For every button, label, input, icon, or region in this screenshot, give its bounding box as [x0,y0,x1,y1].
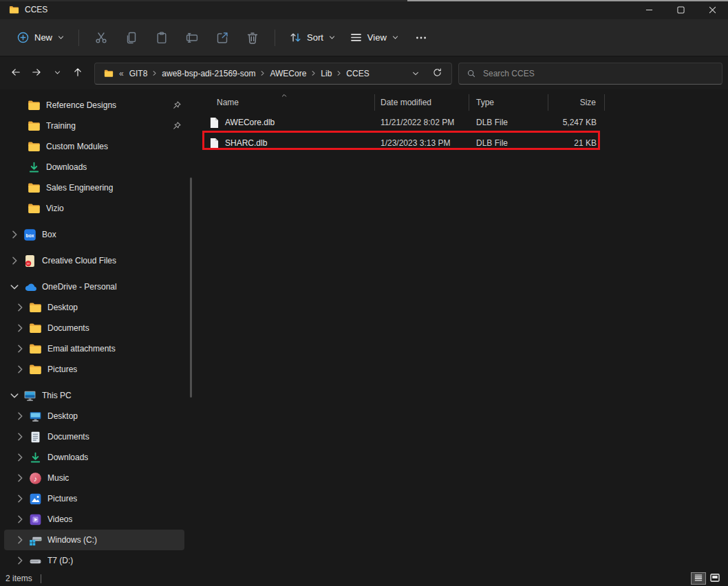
music-icon: ♪ [29,472,42,485]
sidebar-item-label: Pictures [47,494,77,503]
chevron-right-icon[interactable] [14,534,26,546]
chevron-right-icon[interactable] [14,472,26,484]
column-header-date-modified[interactable]: Date modified [375,94,469,111]
chevron-down-icon[interactable] [8,281,21,293]
delete-icon [246,31,259,45]
forward-button[interactable] [26,63,47,84]
sidebar-item[interactable]: Custom Modules [4,136,184,157]
copy-button[interactable] [116,25,147,50]
file-row[interactable]: SHARC.dlb 1/23/2023 3:13 PM DLB File 21 … [203,133,728,153]
refresh-button[interactable] [428,65,446,83]
sidebar-item[interactable]: Windows (C:) [4,530,184,550]
share-button[interactable] [207,25,237,50]
back-button[interactable] [6,63,26,84]
rename-button[interactable] [177,25,207,50]
chevron-right-icon[interactable] [14,451,26,464]
chevron-right-icon[interactable] [14,363,26,376]
chevron-right-icon[interactable] [14,343,26,355]
chevron-right-icon[interactable] [14,554,26,567]
address-bar[interactable]: « GIT8 awe8-bsp-adi-21569-som AWECore Li… [94,63,452,85]
sidebar-item[interactable]: box Box [4,224,184,245]
download-icon [28,161,41,174]
paste-button[interactable] [147,25,177,50]
chevron-right-icon[interactable] [14,301,26,314]
sidebar-item[interactable]: Email attachments [4,338,184,359]
onedrive-icon [23,281,36,294]
delete-button[interactable] [237,25,268,50]
sidebar-scrollbar[interactable] [190,177,192,398]
breadcrumb-segment[interactable]: AWECore [266,67,310,80]
minimize-button[interactable] [633,0,665,19]
sidebar-item[interactable]: Documents [4,426,184,447]
forward-arrow-icon [31,67,42,80]
recent-locations-button[interactable] [47,63,67,84]
sidebar-item-label: Music [47,473,69,483]
sidebar-item[interactable]: Downloads [4,447,184,468]
sidebar-item[interactable]: Training [4,116,184,136]
see-more-button[interactable] [406,25,436,50]
sidebar-item[interactable]: Desktop [4,297,184,318]
chevron-down-icon [54,68,61,78]
pictures-icon [29,492,42,506]
chevron-right-icon[interactable] [8,228,21,241]
search-box[interactable] [458,63,722,85]
file-icon [210,138,219,149]
sidebar-item[interactable]: ∞ Creative Cloud Files [4,250,184,271]
documents-icon [29,431,42,444]
chevron-right-icon[interactable] [14,410,26,422]
sidebar-item[interactable]: Desktop [4,406,184,426]
thumbnail-view-button[interactable] [707,572,722,585]
sidebar-item[interactable]: Sales Engineering [4,177,184,198]
command-toolbar: New Sort View [0,19,728,56]
new-button[interactable]: New [10,25,72,50]
breadcrumb-overflow: « [119,69,124,78]
sidebar-item[interactable]: Vizio [4,198,184,219]
breadcrumb-segment[interactable]: GIT8 [126,67,151,80]
toolbar-divider [78,30,79,46]
folder-icon [29,301,42,314]
file-name: AWECore.dlb [225,118,275,127]
sidebar-item[interactable]: Downloads [4,157,184,177]
share-icon [215,31,229,45]
chevron-right-icon[interactable] [14,322,26,334]
maximize-button[interactable] [665,0,696,19]
file-row[interactable]: AWECore.dlb 11/21/2022 8:02 PM DLB File … [203,112,728,133]
sidebar-item[interactable]: ♪ Music [4,468,184,488]
sidebar-item[interactable]: Pictures [4,488,184,509]
breadcrumb-segment[interactable]: awe8-bsp-adi-21569-som [158,67,259,80]
sidebar-item[interactable]: This PC [4,385,184,406]
close-button[interactable] [696,0,728,19]
address-dropdown-icon[interactable] [411,69,420,78]
up-button[interactable] [67,63,88,84]
sidebar-item[interactable]: Pictures [4,359,184,380]
chevron-right-icon[interactable] [14,513,26,525]
box-icon: box [23,228,36,241]
chevron-right-icon[interactable] [8,254,21,267]
sidebar-item[interactable]: Reference Designs [4,95,184,116]
sort-button[interactable]: Sort [282,25,343,50]
chevron-right-icon[interactable] [14,492,26,505]
cut-button[interactable] [86,25,116,50]
sidebar-item[interactable]: OneDrive - Personal [4,276,184,297]
breadcrumb-segment[interactable]: CCES [343,67,372,80]
sidebar-item[interactable]: Videos [4,509,184,530]
file-icon [210,117,219,129]
file-size: 21 KB [548,133,605,153]
chevron-right-icon[interactable] [14,431,26,443]
details-view-button[interactable] [691,572,706,585]
folder-icon [29,363,42,376]
column-header-size[interactable]: Size [548,94,605,111]
sidebar-item[interactable]: T7 (D:) [4,550,184,571]
sidebar-item-label: Documents [47,432,89,442]
search-input[interactable] [483,69,722,78]
chevron-down-icon[interactable] [8,389,21,402]
breadcrumb-segment[interactable]: Lib [317,67,335,80]
column-header-name[interactable]: Name [203,94,375,111]
column-header-type[interactable]: Type [469,94,548,111]
navigation-pane: Reference Designs Training Custom Module… [0,89,197,571]
drive-icon [29,554,42,567]
screen-top-edge [0,0,728,1]
folder-icon [28,120,41,133]
sidebar-item[interactable]: Documents [4,318,184,338]
view-button[interactable]: View [343,25,406,50]
